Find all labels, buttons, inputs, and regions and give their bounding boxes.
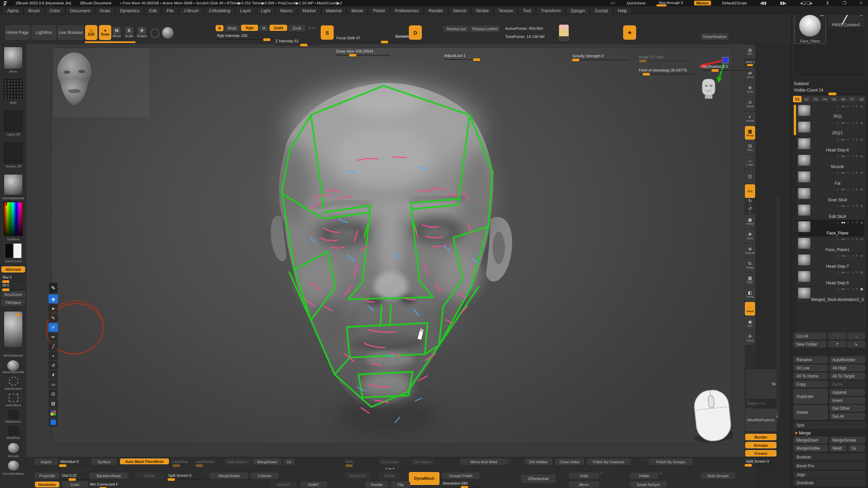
menu-item[interactable]: Stencil: [449, 7, 471, 14]
zoom-button[interactable]: ⊕ Zoom: [745, 82, 755, 96]
accucurve-button[interactable]: AccuCurve: [1, 291, 25, 298]
backfacemask-button[interactable]: BackfaceMask: [90, 473, 128, 479]
version-tab[interactable]: V1: [793, 96, 802, 102]
morph-uv-button[interactable]: Morph UV: [345, 473, 370, 479]
version-tab[interactable]: V2: [802, 96, 811, 102]
aahalf-button[interactable]: ◐ AAHalf: [745, 111, 755, 125]
subtool-item[interactable]: ⇣ ●● ◐ ◑ ✎ ◉ Head Step-6: [797, 137, 865, 154]
annot-palette-icon[interactable]: [48, 408, 58, 417]
brush-icon[interactable]: ✎: [855, 221, 858, 224]
menu-item[interactable]: Layer: [236, 7, 256, 14]
visible-count-slider[interactable]: Visible Count 14: [794, 88, 864, 93]
subtool-up-button[interactable]: ↑: [828, 333, 846, 339]
shade-icon[interactable]: ◑: [851, 138, 853, 141]
menu-item[interactable]: Stroke: [472, 7, 493, 14]
adjust-last-slider[interactable]: AdjustLast 1: [444, 53, 482, 58]
ghost-toggle[interactable]: ◌ Ghost: [745, 302, 755, 316]
deep-shadow-button[interactable]: DeepShadow: [701, 34, 728, 40]
polypaint-icon[interactable]: ●●: [841, 138, 845, 141]
append-button[interactable]: Append: [830, 389, 865, 395]
close-button[interactable]: ×: [857, 1, 865, 5]
zoom3d-button[interactable]: ⊕ Zoom3D: [745, 244, 755, 257]
default-zscript-button[interactable]: DefaultZScript: [720, 1, 749, 5]
menu-item[interactable]: Edit: [145, 7, 161, 14]
rot-z-button[interactable]: ↺ Z: [745, 207, 755, 214]
bpr-button[interactable]: ◍ BPR: [745, 45, 755, 58]
polish-by-features-button[interactable]: Polish By Features: [587, 459, 630, 465]
polypaint-icon[interactable]: ●●: [841, 287, 845, 291]
uv-icon[interactable]: ◐: [847, 204, 849, 208]
polyframe-icon[interactable]: ⇣: [836, 138, 839, 141]
draw-size-slider[interactable]: Draw Size 108.20541: [336, 49, 391, 54]
rotate-view-button[interactable]: ↻ Rotate: [745, 258, 755, 272]
delete-dim-button[interactable]: Delete: [135, 473, 163, 479]
visibility-eye-icon[interactable]: ◉: [860, 254, 863, 258]
uv-icon[interactable]: ◐: [847, 171, 849, 175]
mask-by-feature-button[interactable]: MaskByFeature: [745, 409, 776, 431]
mirror-button[interactable]: Mirror: [569, 482, 599, 487]
brush-icon[interactable]: ✎: [855, 270, 858, 274]
resolution-slider[interactable]: Resolution 680: [443, 481, 479, 486]
merge-section-header[interactable]: Merge: [795, 431, 811, 435]
shade-icon[interactable]: ◑: [851, 154, 853, 158]
polypaint-icon[interactable]: ●●: [841, 121, 845, 125]
menu-item[interactable]: Draw: [96, 7, 115, 14]
align-section-button[interactable]: Align: [794, 471, 866, 478]
xpose-button[interactable]: ✣ Xpose: [745, 331, 755, 345]
edit-button[interactable]: ⬚Edit: [85, 25, 97, 40]
dynamesh-button[interactable]: DynaMesh: [409, 472, 439, 485]
all-to-home-button[interactable]: All To Home: [794, 373, 828, 379]
m-toggle[interactable]: M: [259, 25, 268, 31]
basic-material-thumbnail[interactable]: [4, 311, 23, 348]
subtool-item[interactable]: ⇣ ●● ◐ ◑ ✎ ◉ Muscle: [797, 154, 865, 170]
rename-button[interactable]: Rename: [794, 357, 828, 363]
uv-icon[interactable]: ◐: [847, 104, 849, 108]
hscroll-arrows[interactable]: ◄ ▬ ►: [384, 467, 395, 470]
document-area[interactable]: [52, 47, 732, 443]
polyframe-icon[interactable]: ⇣: [836, 237, 839, 241]
groups-toggle[interactable]: Groups: [745, 442, 776, 448]
z-intensity-slider[interactable]: Z Intensity 51: [275, 39, 319, 43]
gizmo-sphere-icon[interactable]: [162, 27, 174, 39]
scale-button[interactable]: SScale: [125, 27, 133, 38]
menu-item[interactable]: Preferences: [391, 7, 423, 14]
brush-icon[interactable]: ✎: [855, 121, 858, 125]
polyframe-icon[interactable]: ⇣: [836, 221, 839, 224]
rf-slider[interactable]: Rf 0: [3, 283, 23, 288]
lightbox-divider-handle[interactable]: [85, 41, 136, 43]
boolean-section-button[interactable]: Boolean: [794, 454, 866, 460]
camera-icon[interactable]: ⌖: [623, 25, 636, 40]
see-through-slider[interactable]: See-through 0: [656, 1, 685, 5]
annot-pen-icon[interactable]: ✎: [48, 313, 58, 322]
lock-camera-button[interactable]: ⊡: [745, 170, 755, 183]
subtool-item[interactable]: ⇣ ●● ◐ ◑ ✎ ◉ 30강: [797, 104, 865, 120]
subtool-header[interactable]: Subtool: [794, 81, 809, 86]
brush-icon[interactable]: ✎: [855, 171, 858, 175]
polypaint-icon[interactable]: ●●: [841, 154, 845, 158]
annot-cursor-icon[interactable]: ➤: [48, 304, 58, 313]
subtool-item[interactable]: ⇣ ●● ◐ ◑ ✎ ◉ Face_Plane1: [797, 237, 865, 253]
polypaint-icon[interactable]: ●●: [841, 237, 845, 241]
auto-mask-fibermesh-button[interactable]: Auto Mask FiberMesh: [120, 459, 169, 464]
polyframe-icon[interactable]: ⇣: [836, 254, 839, 258]
uv-icon[interactable]: ◐: [847, 254, 849, 258]
polish-groups-dot[interactable]: ▪: [645, 459, 646, 462]
subtool-item[interactable]: ⇣ ●● ◐ ◑ ✎ ◉ Head Step-7: [797, 253, 865, 270]
menu-item[interactable]: Help: [613, 7, 631, 14]
menu-item[interactable]: J-Brush: [179, 7, 203, 14]
fillobject-button[interactable]: FillObject: [1, 300, 25, 306]
split-screen-slider[interactable]: Split Screen 0: [168, 473, 205, 478]
uv-icon[interactable]: ◐: [847, 187, 849, 191]
move-into-folder-button[interactable]: ↳: [847, 341, 865, 347]
auto-groups-button[interactable]: Auto Groups: [701, 473, 735, 479]
annot-trash-icon[interactable]: ✗: [48, 370, 58, 379]
menu-item[interactable]: Material: [321, 7, 346, 14]
polypaint-icon[interactable]: ●●: [841, 204, 845, 208]
texture-thumbnail[interactable]: [4, 142, 23, 163]
transp-toggle[interactable]: ◧ Transp: [745, 287, 755, 301]
draw-button[interactable]: ✛Draw: [99, 25, 111, 40]
shade-icon[interactable]: ◑: [851, 254, 853, 258]
inflate-button[interactable]: Inflate: [630, 473, 658, 479]
projectall-button[interactable]: ProjectAll: [35, 473, 59, 479]
insert-button[interactable]: Insert: [830, 397, 865, 404]
